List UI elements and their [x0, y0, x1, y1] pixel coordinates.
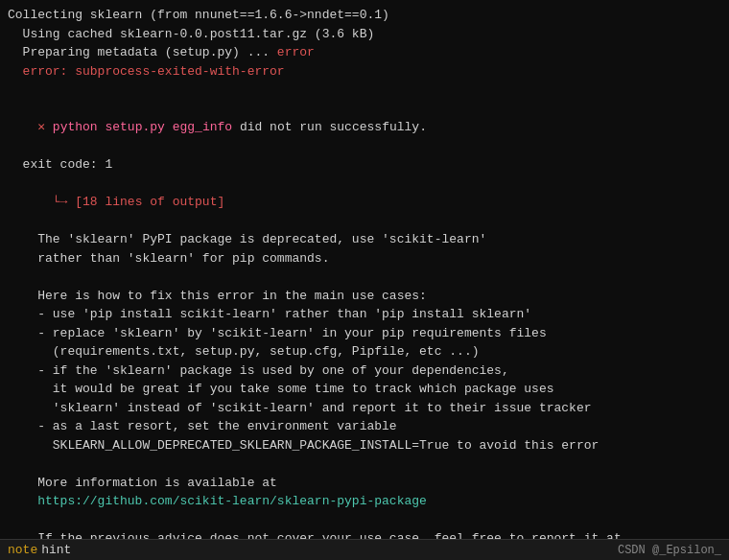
bottom-note-label: note	[8, 543, 37, 557]
bottom-bar: note hint CSDN @_Epsilon_	[0, 539, 729, 560]
line-blank-4	[8, 511, 721, 530]
line-fix-4: - as a last resort, set the environment …	[8, 417, 721, 436]
line-error-subprocess: error: subprocess-exited-with-error	[8, 62, 721, 82]
line-blank-1	[8, 81, 721, 100]
line-exit-code: exit code: 1	[8, 155, 721, 175]
bottom-left: note hint	[8, 543, 71, 557]
line-blank-2	[8, 268, 721, 287]
line-x-python: ✕ python setup.py egg_info did not run s…	[8, 100, 721, 156]
watermark: CSDN @_Epsilon_	[618, 544, 721, 557]
line-using-cached: Using cached sklearn-0.0.post11.tar.gz (…	[8, 25, 721, 44]
terminal: Collecting sklearn (from nnunet==1.6.6->…	[0, 0, 729, 560]
line-fix-3: - if the 'sklearn' package is used by on…	[8, 362, 721, 381]
line-blank-3	[8, 455, 721, 474]
line-more-info: More information is available at	[8, 474, 721, 493]
line-fix-2b: (requirements.txt, setup.py, setup.cfg, …	[8, 342, 721, 362]
line-collecting: Collecting sklearn (from nnunet==1.6.6->…	[8, 6, 721, 25]
line-sklearn-deprecated-1: The 'sklearn' PyPI package is deprecated…	[8, 230, 721, 249]
line-fix-4b: SKLEARN_ALLOW_DEPRECATED_SKLEARN_PACKAGE…	[8, 436, 721, 455]
line-fix-2: - replace 'sklearn' by 'scikit-learn' in…	[8, 324, 721, 343]
bottom-hint-label: hint	[41, 543, 71, 557]
line-sklearn-deprecated-2: rather than 'sklearn' for pip commands.	[8, 249, 721, 268]
line-18-lines: └→ [18 lines of output]	[8, 175, 721, 231]
line-fix-3c: 'sklearn' instead of 'scikit-learn' and …	[8, 399, 721, 418]
line-url-1: https://github.com/scikit-learn/sklearn-…	[8, 492, 721, 511]
line-preparing: Preparing metadata (setup.py) ... error	[8, 43, 721, 62]
line-fix-1: - use 'pip install scikit-learn' rather …	[8, 305, 721, 324]
line-fix-header: Here is how to fix this error in the mai…	[8, 287, 721, 306]
line-fix-3b: it would be great if you take some time …	[8, 380, 721, 399]
